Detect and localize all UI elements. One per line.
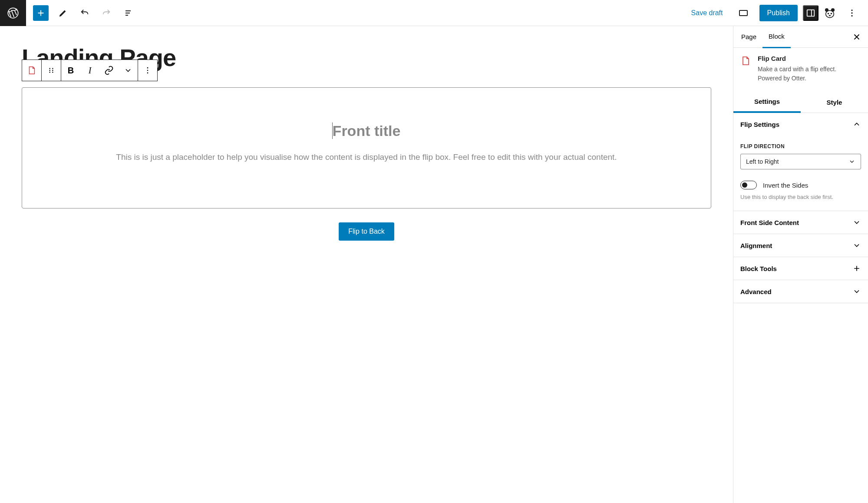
wordpress-logo[interactable] bbox=[0, 0, 26, 26]
otter-icon[interactable] bbox=[824, 7, 836, 19]
publish-button[interactable]: Publish bbox=[759, 5, 798, 21]
undo-button[interactable] bbox=[75, 4, 95, 22]
block-card-title: Flip Card bbox=[758, 55, 861, 62]
svg-point-15 bbox=[52, 68, 53, 69]
svg-point-18 bbox=[147, 67, 149, 69]
panel-front-side-content[interactable]: Front Side Content bbox=[733, 211, 868, 234]
options-button[interactable] bbox=[842, 4, 862, 22]
topbar-right: Save draft Publish bbox=[687, 4, 863, 22]
chevron-down-icon bbox=[852, 218, 861, 227]
svg-point-6 bbox=[828, 13, 829, 14]
preview-button[interactable] bbox=[733, 4, 753, 22]
svg-point-16 bbox=[52, 70, 53, 71]
panel-flip-settings-header[interactable]: Flip Settings bbox=[733, 113, 868, 136]
svg-rect-1 bbox=[739, 10, 747, 16]
close-sidebar-button[interactable] bbox=[847, 27, 866, 46]
invert-sides-help: Use this to display the back side first. bbox=[740, 194, 861, 200]
flip-direction-label: FLIP DIRECTION bbox=[740, 143, 861, 149]
svg-point-17 bbox=[52, 72, 53, 73]
flip-direction-select[interactable]: Left to Right bbox=[740, 154, 861, 169]
svg-point-11 bbox=[851, 15, 852, 16]
svg-point-13 bbox=[49, 70, 50, 71]
save-draft-button[interactable]: Save draft bbox=[687, 6, 727, 20]
chevron-down-icon bbox=[852, 287, 861, 296]
chevron-down-icon bbox=[852, 241, 861, 250]
block-toolbar: B I bbox=[22, 60, 158, 81]
svg-point-7 bbox=[831, 13, 832, 14]
redo-button[interactable] bbox=[96, 4, 116, 22]
panel-title: Flip Settings bbox=[740, 121, 779, 128]
svg-point-19 bbox=[147, 70, 149, 71]
block-sub-tabs: Settings Style bbox=[733, 92, 868, 113]
bold-button[interactable]: B bbox=[61, 60, 80, 81]
panel-title: Block Tools bbox=[740, 265, 777, 272]
svg-point-20 bbox=[147, 73, 149, 74]
svg-point-14 bbox=[49, 72, 50, 73]
panel-advanced[interactable]: Advanced bbox=[733, 280, 868, 303]
settings-panel-toggle[interactable] bbox=[803, 5, 818, 21]
flip-card-block[interactable]: Front title This is is just a placeholde… bbox=[22, 87, 711, 208]
svg-point-9 bbox=[851, 9, 852, 10]
settings-sidebar: Page Block Flip Card Make a card with a … bbox=[733, 26, 868, 503]
panel-title: Alignment bbox=[740, 242, 772, 249]
sub-tab-style[interactable]: Style bbox=[801, 92, 868, 113]
svg-point-10 bbox=[851, 12, 852, 13]
block-options-button[interactable] bbox=[138, 60, 157, 81]
front-description-input[interactable]: This is is just a placeholder to help yo… bbox=[35, 150, 698, 165]
plus-icon bbox=[852, 264, 861, 273]
more-formatting-button[interactable] bbox=[119, 60, 138, 81]
italic-button[interactable]: I bbox=[80, 60, 99, 81]
drag-handle-icon[interactable] bbox=[42, 60, 61, 81]
invert-sides-label: Invert the Sides bbox=[763, 182, 808, 189]
tab-block[interactable]: Block bbox=[762, 26, 791, 48]
panel-alignment[interactable]: Alignment bbox=[733, 234, 868, 257]
document-overview-button[interactable] bbox=[118, 4, 138, 22]
panel-block-tools[interactable]: Block Tools bbox=[733, 257, 868, 280]
block-card: Flip Card Make a card with a flip effect… bbox=[733, 48, 868, 92]
sidebar-tabs: Page Block bbox=[733, 26, 868, 48]
panel-title: Front Side Content bbox=[740, 219, 799, 226]
chevron-up-icon bbox=[852, 120, 861, 129]
invert-sides-toggle[interactable] bbox=[740, 181, 757, 189]
link-button[interactable] bbox=[99, 60, 119, 81]
sub-tab-settings[interactable]: Settings bbox=[733, 92, 801, 113]
block-type-icon[interactable] bbox=[22, 60, 41, 81]
add-block-button[interactable] bbox=[33, 5, 49, 21]
flip-card-icon bbox=[740, 56, 752, 67]
flip-to-back-button[interactable]: Flip to Back bbox=[339, 222, 394, 241]
topbar-left bbox=[0, 0, 139, 26]
block-card-description: Make a card with a flip effect. Powered … bbox=[758, 65, 861, 83]
editor-canvas: Landing Page B I bbox=[0, 26, 733, 503]
front-title-input[interactable]: Front title bbox=[35, 122, 698, 139]
panel-title: Advanced bbox=[740, 288, 772, 295]
svg-point-12 bbox=[49, 68, 50, 69]
select-value: Left to Right bbox=[746, 158, 779, 165]
svg-point-8 bbox=[829, 15, 831, 16]
tools-button[interactable] bbox=[53, 4, 73, 22]
svg-point-5 bbox=[826, 10, 834, 17]
chevron-down-icon bbox=[848, 158, 855, 165]
top-toolbar: Save draft Publish bbox=[0, 0, 868, 26]
panel-flip-settings-body: FLIP DIRECTION Left to Right Invert the … bbox=[733, 136, 868, 211]
svg-rect-2 bbox=[807, 10, 815, 16]
tab-page[interactable]: Page bbox=[735, 26, 762, 47]
